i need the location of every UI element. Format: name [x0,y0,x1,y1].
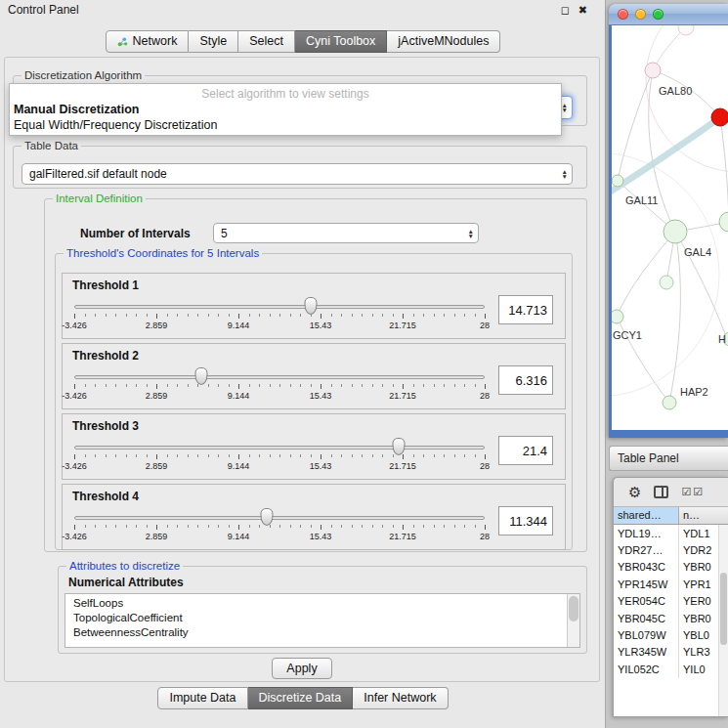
slider-thumb[interactable] [195,367,208,385]
table-row[interactable]: YDR27…YDR2 [614,541,728,558]
table-data-value: galFiltered.sif default node [29,167,167,181]
table-scrollbar[interactable] [718,525,728,716]
tick-mark [290,314,291,317]
tick-mark [413,314,414,317]
tab-network[interactable]: Network [106,30,190,53]
table-data-select[interactable]: galFiltered.sif default node ▲ ▼ [21,163,573,185]
tick-mark [290,384,291,387]
columns-icon[interactable] [654,486,668,498]
tick-label: 15.43 [310,321,332,330]
column-header-shared[interactable]: shared… [614,507,679,524]
slider-thumb[interactable] [305,297,318,315]
apply-button[interactable]: Apply [272,658,332,679]
tab-select[interactable]: Select [238,30,295,53]
threshold-3-slider[interactable]: -3.4262.8599.14415.4321.71528 [74,434,485,477]
tab-jactivemnodules[interactable]: jActiveMNodules [387,30,500,53]
tick-mark [331,454,332,457]
table-row[interactable]: YBR045CYBR0 [614,610,728,626]
cell-shared-name: YBR045C [614,610,679,626]
table-row[interactable]: YBL079WYBL0 [614,626,728,643]
tick-mark [270,384,271,387]
threshold-2-value[interactable]: 6.316 [498,365,553,395]
algorithm-option-manual-discretization[interactable]: Manual Discretization [10,102,561,117]
network-node[interactable] [711,108,728,126]
threshold-2-row: -3.4262.8599.14415.4321.715286.316 [72,364,553,407]
threshold-4-value[interactable]: 11.344 [498,506,553,535]
network-node-gcy1[interactable] [612,310,623,323]
number-of-intervals-select[interactable]: 5 ▲ ▼ [213,223,479,243]
slider-track [74,375,485,379]
tick-mark [218,525,219,528]
attribute-item-topologicalcoefficient[interactable]: TopologicalCoefficient [65,611,579,625]
network-node-gal4[interactable] [664,220,687,243]
scrollbar-thumb[interactable] [720,573,727,645]
tab-discretize-data[interactable]: Discretize Data [248,687,354,709]
tick-mark [485,384,486,389]
tick-mark [74,525,75,530]
network-node-hap2[interactable] [663,396,676,409]
network-node[interactable] [660,276,673,289]
threshold-3-value[interactable]: 21.4 [498,436,553,465]
threshold-2-slider[interactable]: -3.4262.8599.14415.4321.71528 [74,364,485,407]
slider-thumb[interactable] [261,508,274,526]
tab-infer-network[interactable]: Infer Network [353,687,448,709]
table-row[interactable]: YER054CYER0 [614,593,728,610]
table-row[interactable]: YIL052CYIL0 [614,661,728,677]
attributes-scrollbar[interactable] [567,594,579,647]
tick-mark [85,314,86,317]
network-node-gal80[interactable] [645,63,661,78]
node-label: GAL11 [625,194,658,206]
network-node-gal11[interactable] [612,175,623,187]
threshold-list: Threshold 1-3.4262.8599.14415.4321.71528… [62,273,566,554]
zoom-light[interactable] [653,9,664,20]
cell-shared-name: YPR145W [614,576,679,592]
network-edge [720,117,728,222]
tick-mark [434,384,435,387]
scrollbar-thumb[interactable] [569,596,578,621]
tab-label: Cyni Toolbox [306,34,375,48]
slider-thumb[interactable] [392,438,405,455]
numerical-attributes-list[interactable]: SelfLoopsTopologicalCoefficientBetweenne… [64,593,580,648]
network-node[interactable] [678,25,694,35]
algorithm-option-equal-width-frequency-discretization[interactable]: Equal Width/Frequency Discretization [10,117,561,133]
attributes-group: Attributes to discretize Numerical Attri… [58,560,587,654]
tick-mark [229,384,230,387]
column-header-n[interactable]: n… [679,507,728,524]
tick-mark [423,525,424,528]
attribute-item-betweennesscentrality[interactable]: BetweennessCentrality [65,625,579,640]
tick-label: 28 [480,321,490,330]
tab-style[interactable]: Style [189,30,238,53]
select-columns-icons[interactable]: ☑ ☑ [681,486,703,498]
tick-mark [106,454,107,457]
close-icon[interactable]: ✖ [578,4,587,17]
number-of-intervals-value: 5 [221,227,228,240]
tick-mark [290,454,291,457]
table-panel-header[interactable]: Table Panel [609,446,728,471]
panel-title: Control Panel [8,3,561,17]
table-row[interactable]: YPR145WYPR1 [614,576,728,592]
tick-mark [372,384,373,387]
tick-mark [238,314,239,319]
table-data-group-title: Table Data [21,140,81,151]
gear-icon[interactable]: ⚙ [628,484,641,501]
tab-impute-data[interactable]: Impute Data [157,687,247,709]
table-row[interactable]: YLR345WYLR3 [614,644,728,661]
minimize-light[interactable] [635,9,646,20]
threshold-1-value[interactable]: 14.713 [498,295,553,324]
network-window-titlebar[interactable] [609,4,728,25]
threshold-1-slider[interactable]: -3.4262.8599.14415.4321.71528 [74,293,485,336]
tab-cyni-toolbox[interactable]: Cyni Toolbox [295,30,387,53]
tick-mark [372,454,373,457]
tick-mark [218,314,219,317]
tick-mark [167,454,168,457]
table-row[interactable]: YDL19…YDL1 [614,525,728,541]
close-light[interactable] [618,9,628,20]
table-row[interactable]: YBR043CYBR0 [614,559,728,576]
threshold-4-slider[interactable]: -3.4262.8599.14415.4321.71528 [74,504,485,547]
tab-label: Select [249,34,283,48]
network-canvas[interactable]: GAL80GAL11GAL4GCY1HHAP2 [612,25,728,430]
tick-label: 15.43 [310,461,332,471]
float-window-icon[interactable]: ◻ [561,4,570,17]
attribute-item-selfloops[interactable]: SelfLoops [65,596,579,611]
network-node[interactable] [719,212,728,232]
